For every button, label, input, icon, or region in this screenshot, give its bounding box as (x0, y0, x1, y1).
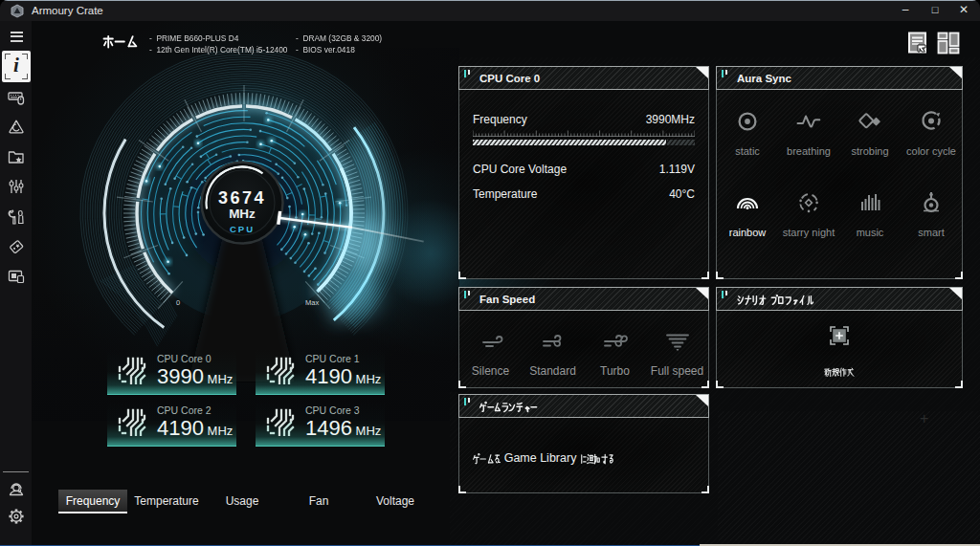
svg-text:Max: Max (305, 298, 319, 307)
svg-text:0: 0 (176, 298, 180, 307)
